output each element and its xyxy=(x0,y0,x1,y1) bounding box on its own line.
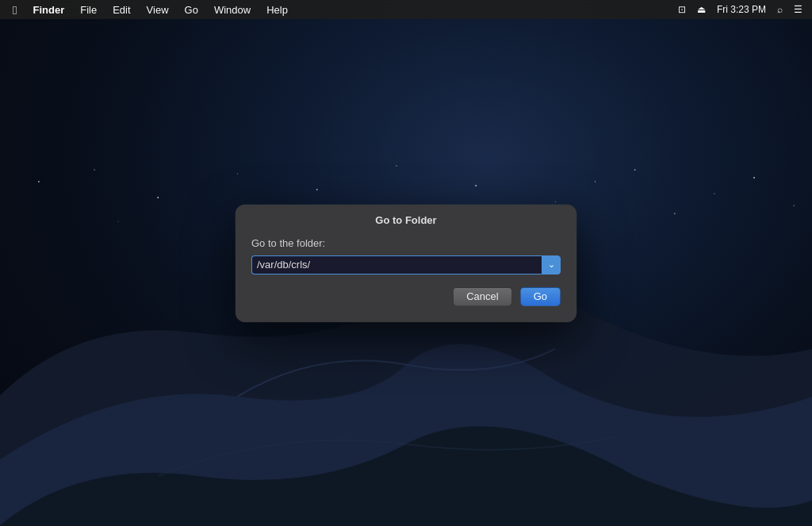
dropdown-chevron-icon[interactable]: ⌄ xyxy=(542,255,561,275)
go-to-folder-dialog: Go to Folder Go to the folder: ⌄ Cancel … xyxy=(236,205,576,322)
modal-body: Go to the folder: ⌄ Cancel Go xyxy=(236,234,576,322)
modal-overlay: Go to Folder Go to the folder: ⌄ Cancel … xyxy=(0,0,812,526)
dialog-title: Go to Folder xyxy=(375,214,436,226)
modal-title-bar: Go to Folder xyxy=(236,205,576,234)
input-row: ⌄ xyxy=(251,255,561,275)
dialog-buttons: Cancel Go xyxy=(251,287,561,306)
folder-label: Go to the folder: xyxy=(251,237,561,249)
desktop:  Finder File Edit View Go Window Help ⊡… xyxy=(0,0,812,526)
folder-path-input[interactable] xyxy=(251,255,542,275)
go-button[interactable]: Go xyxy=(520,287,561,306)
cancel-button[interactable]: Cancel xyxy=(453,287,511,306)
